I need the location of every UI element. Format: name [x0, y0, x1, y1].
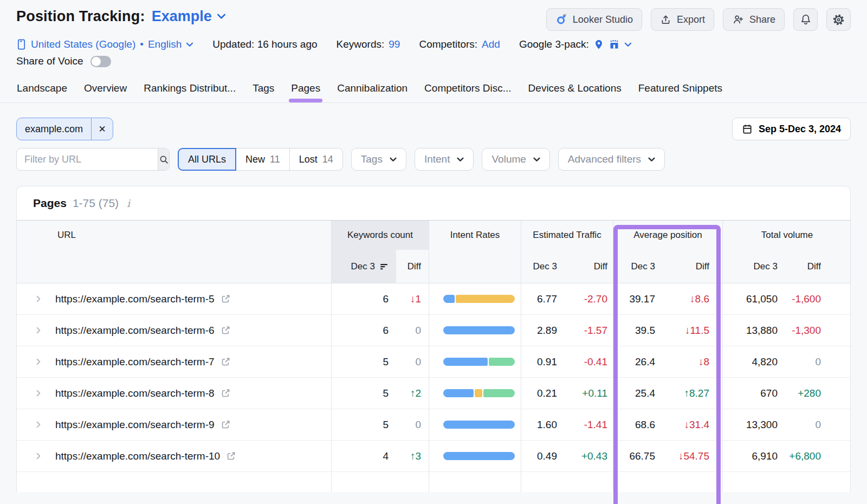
- estimated-traffic-diff: +0.11: [572, 378, 613, 409]
- language-label[interactable]: English: [148, 38, 182, 50]
- table-row: https://example.com/search-term-9 5 0 1.…: [17, 409, 850, 441]
- looker-studio-icon: [555, 14, 567, 25]
- page-url-link[interactable]: https://example.com/search-term-5: [55, 293, 215, 305]
- subheader-keywords-date[interactable]: Dec 3: [331, 250, 396, 283]
- tab-featured-snippets[interactable]: Featured Snippets: [638, 80, 723, 102]
- expand-row-chevron-icon[interactable]: [34, 326, 42, 334]
- total-volume-value: 6,910: [722, 441, 792, 471]
- estimated-traffic-diff: +0.43: [572, 441, 613, 471]
- report-tabs: Landscape Overview Rankings Distribut...…: [0, 80, 867, 103]
- project-name[interactable]: Example: [152, 8, 212, 25]
- expand-row-chevron-icon[interactable]: [34, 358, 42, 366]
- page-url-link[interactable]: https://example.com/search-term-6: [55, 325, 215, 337]
- search-button[interactable]: [158, 148, 169, 170]
- expand-row-chevron-icon[interactable]: [34, 421, 42, 429]
- tab-devices-locations[interactable]: Devices & Locations: [528, 80, 622, 102]
- subheader-traffic-date[interactable]: Dec 3: [521, 250, 572, 283]
- average-position-value: 39.5: [613, 315, 667, 346]
- external-link-icon[interactable]: [226, 451, 236, 461]
- local-business-icon[interactable]: [609, 39, 620, 50]
- url-filter-input[interactable]: [17, 148, 158, 170]
- share-of-voice-toggle[interactable]: [90, 56, 111, 67]
- average-position-diff: ↓54.75: [667, 441, 722, 471]
- subheader-position-date[interactable]: Dec 3: [613, 250, 667, 283]
- advanced-filters-dropdown[interactable]: Advanced filters: [558, 148, 665, 171]
- tab-pages[interactable]: Pages: [290, 80, 321, 102]
- segment-lost[interactable]: Lost14: [290, 148, 343, 171]
- estimated-traffic-diff: -1.41: [572, 409, 613, 440]
- total-volume-diff: -1,300: [792, 315, 851, 346]
- project-selector[interactable]: Example: [152, 8, 226, 25]
- chevron-down-icon[interactable]: [624, 42, 632, 47]
- domain-filter-chip: example.com ✕: [16, 118, 113, 140]
- sort-descending-icon: [380, 263, 389, 270]
- external-link-icon[interactable]: [221, 325, 231, 335]
- estimated-traffic-diff: -2.70: [572, 283, 613, 314]
- page-url-link[interactable]: https://example.com/search-term-8: [55, 387, 215, 399]
- column-header-estimated-traffic[interactable]: Estimated Traffic: [521, 221, 613, 250]
- share-label: Share: [749, 14, 775, 25]
- chip-close-icon[interactable]: ✕: [91, 118, 113, 140]
- table-row: https://example.com/search-term-10 4 ↑3 …: [17, 441, 850, 472]
- external-link-icon[interactable]: [221, 294, 231, 304]
- export-button[interactable]: Export: [651, 8, 714, 31]
- notifications-button[interactable]: [793, 8, 818, 31]
- calendar-icon: [742, 124, 753, 134]
- tab-overview[interactable]: Overview: [83, 80, 127, 102]
- keywords-count-value: 5: [331, 409, 396, 440]
- intent-rates-cell: [429, 378, 521, 409]
- keywords-count-value: 5: [331, 378, 396, 409]
- date-range-picker[interactable]: Sep 5-Dec 3, 2024: [732, 118, 851, 140]
- expand-row-chevron-icon[interactable]: [34, 295, 42, 303]
- subheader-position-diff[interactable]: Diff: [667, 250, 722, 283]
- date-range-label: Sep 5-Dec 3, 2024: [759, 124, 841, 135]
- settings-button[interactable]: [826, 8, 851, 31]
- tab-rankings-distribution[interactable]: Rankings Distribut...: [143, 80, 236, 102]
- url-filter-field: [16, 148, 170, 171]
- segment-new[interactable]: New11: [236, 148, 290, 171]
- competitors-add-link[interactable]: Add: [482, 38, 500, 50]
- expand-row-chevron-icon[interactable]: [34, 389, 42, 397]
- segment-all-urls[interactable]: All URLs: [178, 148, 236, 171]
- subheader-traffic-diff[interactable]: Diff: [572, 250, 613, 283]
- page-url-link[interactable]: https://example.com/search-term-9: [55, 419, 215, 431]
- estimated-traffic-diff: -1.57: [572, 315, 613, 346]
- external-link-icon[interactable]: [221, 419, 231, 430]
- keywords-count-value: 5: [331, 346, 396, 377]
- page-url-link[interactable]: https://example.com/search-term-7: [55, 356, 215, 368]
- column-header-intent-rates[interactable]: Intent Rates: [429, 221, 521, 250]
- column-header-total-volume[interactable]: Total volume: [722, 221, 851, 250]
- intent-rates-cell: [429, 346, 521, 377]
- intent-rates-cell: [429, 315, 521, 346]
- share-button[interactable]: Share: [723, 8, 785, 31]
- keywords-count-link[interactable]: 99: [389, 38, 400, 50]
- map-pin-icon[interactable]: [593, 38, 604, 50]
- subheader-intent-spacer: [429, 250, 521, 283]
- column-header-keywords-count[interactable]: Keywords count: [331, 221, 429, 250]
- tags-dropdown[interactable]: Tags: [351, 148, 406, 171]
- subheader-keywords-diff[interactable]: Diff: [396, 250, 429, 283]
- volume-dropdown[interactable]: Volume: [482, 148, 549, 171]
- info-icon[interactable]: i: [125, 197, 132, 209]
- column-header-average-position[interactable]: Average position: [613, 221, 722, 250]
- tab-competitors-discovery[interactable]: Competitors Disc...: [424, 80, 512, 102]
- tab-cannibalization[interactable]: Cannibalization: [337, 80, 408, 102]
- keywords-count-value: 6: [331, 283, 396, 314]
- location-language-selector[interactable]: United States (Google) • English: [16, 38, 193, 50]
- tab-tags[interactable]: Tags: [252, 80, 275, 102]
- subheader-volume-date[interactable]: Dec 3: [722, 250, 792, 283]
- tab-landscape[interactable]: Landscape: [16, 80, 68, 102]
- bell-icon: [800, 14, 812, 25]
- page-url-link[interactable]: https://example.com/search-term-10: [55, 450, 220, 462]
- updated-status: Updated: 16 hours ago: [212, 38, 317, 50]
- expand-row-chevron-icon[interactable]: [34, 452, 42, 460]
- external-link-icon[interactable]: [221, 357, 231, 367]
- intent-rates-bar: [443, 326, 515, 334]
- column-header-url[interactable]: URL: [17, 221, 331, 250]
- location-label[interactable]: United States (Google): [31, 38, 135, 50]
- looker-studio-button[interactable]: Looker Studio: [546, 8, 642, 31]
- subheader-volume-diff[interactable]: Diff: [792, 250, 851, 283]
- external-link-icon[interactable]: [221, 388, 231, 398]
- intent-dropdown[interactable]: Intent: [415, 148, 474, 171]
- intent-rates-bar: [443, 421, 515, 429]
